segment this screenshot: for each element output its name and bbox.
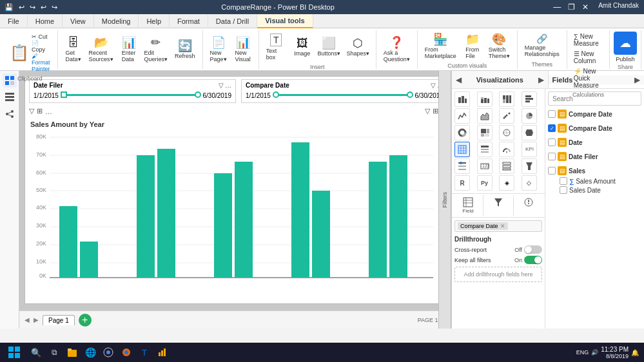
taskbar-edge[interactable]: 🌐 bbox=[81, 343, 99, 361]
bar-2015b[interactable] bbox=[80, 242, 98, 278]
visual-expand-icon2[interactable]: ⊞ bbox=[433, 107, 438, 115]
visual-expand-icon[interactable]: ⊞ bbox=[37, 107, 43, 115]
new-measure-btn[interactable]: ∑ New Measure bbox=[571, 32, 605, 48]
qa-undo[interactable]: ↩ bbox=[17, 3, 26, 12]
taskview-btn[interactable]: ⧉ bbox=[45, 343, 63, 361]
field-item-sales-date[interactable]: Sales Date bbox=[548, 186, 641, 195]
field-group-header-datefiler[interactable]: ▤ Date Filer bbox=[548, 151, 641, 162]
filters-side-tab[interactable]: Filters bbox=[438, 71, 451, 329]
compare-date-tag-remove[interactable]: ✕ bbox=[500, 223, 505, 229]
qa-save[interactable]: 💾 bbox=[3, 3, 15, 12]
maximize-btn[interactable]: ❐ bbox=[565, 2, 578, 12]
viz-icon-custom1[interactable]: ◈ bbox=[499, 175, 514, 191]
enter-data-btn[interactable]: 📊 EnterData bbox=[117, 35, 141, 64]
publish-btn[interactable]: ☁ Publish bbox=[614, 32, 637, 62]
marketplace-btn[interactable]: 🏪 FromMarketplace bbox=[422, 32, 460, 61]
compare-date-thumb-left[interactable] bbox=[273, 91, 279, 98]
ask-question-btn[interactable]: ❓ Ask aQuestion▾ bbox=[380, 35, 413, 64]
taskbar-powerbi[interactable] bbox=[153, 343, 171, 361]
report-view-btn[interactable] bbox=[3, 73, 17, 88]
viz-icon-slicer[interactable] bbox=[454, 158, 470, 174]
cross-report-toggle[interactable] bbox=[524, 245, 542, 254]
recent-sources-btn[interactable]: 📂 RecentSources▾ bbox=[86, 35, 117, 64]
compare-date-thumb-right[interactable] bbox=[407, 91, 413, 98]
viz-icon-hbar[interactable] bbox=[522, 91, 537, 107]
visual-more-icon[interactable]: … bbox=[45, 108, 52, 115]
viz-icon-bar[interactable] bbox=[454, 91, 470, 107]
bar-2016a[interactable] bbox=[137, 155, 155, 278]
viz-icon-tree[interactable] bbox=[477, 125, 493, 140]
viz-icon-stacked[interactable] bbox=[477, 91, 493, 107]
taskbar-teams[interactable]: T bbox=[135, 343, 153, 361]
field-group-header-2[interactable]: ✓ ▤ Compare Date bbox=[548, 122, 641, 134]
get-data-btn[interactable]: 🗄 GetData▾ bbox=[62, 35, 85, 64]
from-file-btn[interactable]: 📁 FromFile bbox=[461, 32, 484, 61]
page-prev-btn[interactable]: ◀ bbox=[24, 316, 30, 323]
viz-icon-line[interactable] bbox=[454, 108, 470, 124]
bar-2018a[interactable] bbox=[291, 142, 309, 278]
viz-icon-funnel[interactable] bbox=[522, 158, 537, 174]
tab-home[interactable]: Home bbox=[28, 14, 63, 28]
taskbar-explorer[interactable] bbox=[63, 343, 81, 361]
field-group-header-date[interactable]: ▤ Date bbox=[548, 137, 641, 148]
tab-visual-tools[interactable]: Visual tools bbox=[257, 14, 313, 28]
bar-2019b[interactable] bbox=[389, 155, 407, 278]
visual-filter-icon2[interactable]: ▽ bbox=[425, 107, 430, 115]
bar-2017b[interactable] bbox=[235, 162, 253, 278]
viz-icon-multirow[interactable] bbox=[499, 158, 514, 174]
search-taskbar-btn[interactable]: 🔍 bbox=[27, 343, 45, 361]
notification-btn[interactable]: 🔔 bbox=[631, 349, 639, 356]
model-view-btn[interactable] bbox=[3, 107, 17, 121]
drillthrough-drop-zone[interactable]: Add drillthrough fields here bbox=[454, 267, 542, 282]
viz-icon-scatter[interactable] bbox=[499, 108, 514, 124]
viz-icon-pie[interactable] bbox=[522, 108, 537, 124]
qa-redo[interactable]: ↪ bbox=[28, 3, 37, 12]
viz-icon-matrix[interactable] bbox=[477, 142, 493, 157]
viz-icon-area[interactable] bbox=[477, 108, 493, 124]
minimize-btn[interactable]: — bbox=[551, 2, 563, 12]
keep-all-toggle[interactable] bbox=[524, 256, 542, 264]
switch-theme-btn[interactable]: 🎨 SwitchTheme▾ bbox=[485, 32, 513, 61]
data-view-btn[interactable] bbox=[3, 90, 17, 104]
viz-icon-r[interactable]: R bbox=[454, 175, 470, 191]
shapes-btn[interactable]: ⬡ Shapes▾ bbox=[344, 35, 372, 59]
qa-redo2[interactable]: ↪ bbox=[50, 3, 59, 12]
compare-date-filter-icon[interactable]: ▽ bbox=[431, 82, 436, 89]
page-next-btn[interactable]: ▶ bbox=[34, 316, 39, 323]
new-visual-btn[interactable]: 📊 NewVisual bbox=[231, 35, 255, 64]
close-btn[interactable]: ✕ bbox=[579, 2, 592, 12]
viz-nav-right[interactable]: ▶ bbox=[538, 75, 544, 84]
bar-2019a[interactable] bbox=[369, 162, 387, 278]
viz-icon-donut[interactable] bbox=[454, 125, 470, 140]
filter-tab[interactable] bbox=[483, 195, 514, 216]
new-column-btn[interactable]: ☰ New Column bbox=[571, 49, 605, 66]
image-btn[interactable]: 🖼 Image bbox=[291, 35, 314, 59]
tab-file[interactable]: File bbox=[0, 14, 28, 28]
edit-queries-btn[interactable]: ✏ EditQueries▾ bbox=[141, 35, 171, 64]
bar-2015a[interactable] bbox=[59, 206, 77, 278]
viz-icon-gauge[interactable] bbox=[499, 142, 514, 157]
date-filer-thumb-right[interactable] bbox=[195, 91, 201, 98]
new-quick-measure-btn[interactable]: ⚡ New Quick Measure bbox=[571, 66, 605, 90]
field-item-sales-amount[interactable]: ∑ Sales Amount bbox=[548, 176, 641, 186]
tab-modeling[interactable]: Modeling bbox=[94, 14, 139, 28]
start-button[interactable] bbox=[1, 343, 27, 362]
analytics-tab[interactable] bbox=[514, 195, 543, 216]
viz-icon-custom2[interactable]: ◇ bbox=[522, 175, 537, 191]
viz-icon-100bar[interactable] bbox=[499, 91, 514, 107]
viz-icon-map[interactable] bbox=[499, 125, 514, 140]
taskbar-firefox[interactable] bbox=[117, 343, 135, 361]
viz-icon-kpi[interactable]: KPI bbox=[522, 142, 537, 157]
field-group-header[interactable]: ▤ Compare Date bbox=[548, 108, 641, 120]
viz-icon-table-active[interactable] bbox=[454, 142, 470, 157]
textbox-btn[interactable]: T Text box bbox=[263, 32, 289, 62]
bar-2018b[interactable] bbox=[312, 191, 330, 278]
tab-help[interactable]: Help bbox=[139, 14, 170, 28]
field-group-header-sales[interactable]: ▤ Sales bbox=[548, 165, 641, 176]
bar-2017a[interactable] bbox=[214, 173, 232, 278]
date-filer-filter-icon[interactable]: ▽ bbox=[219, 82, 224, 89]
paste-btn[interactable]: 📋 ✂ Cut 📄 Copy 🖌 Format Painter bbox=[6, 32, 54, 74]
viz-icon-filled-map[interactable] bbox=[522, 125, 537, 140]
tab-view[interactable]: View bbox=[63, 14, 94, 28]
add-page-btn[interactable]: + bbox=[79, 314, 92, 327]
